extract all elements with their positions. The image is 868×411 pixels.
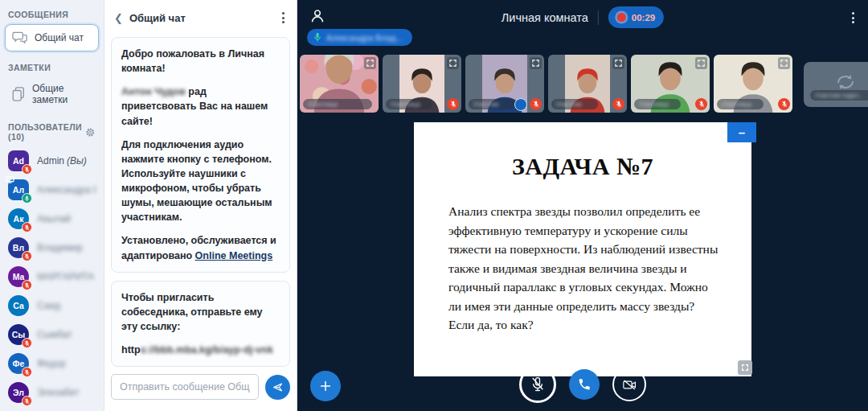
participant-name-pill: Участник xyxy=(469,99,515,109)
call-controls xyxy=(297,366,868,403)
mute-microphone-button[interactable] xyxy=(519,366,556,403)
user-list-item[interactable]: Ad Admin(Вы) xyxy=(0,146,104,175)
expand-tile-icon[interactable] xyxy=(530,57,542,69)
mic-live-icon xyxy=(313,32,321,43)
mic-muted-icon xyxy=(530,376,546,393)
video-tile[interactable]: Участница xyxy=(383,55,461,113)
user-list-item[interactable]: Эл Элизабет xyxy=(0,378,104,407)
sidebar-item-shared-notes[interactable]: Общие заметки xyxy=(5,77,99,111)
user-name: Admin(Вы) xyxy=(37,155,87,166)
video-tile[interactable]: Участник подкл... xyxy=(804,62,868,107)
expand-tile-icon[interactable] xyxy=(778,57,790,69)
stage-options-kebab-icon[interactable] xyxy=(850,10,857,26)
user-list-item[interactable]: Ак Акылай xyxy=(0,204,104,233)
recording-dot-icon xyxy=(617,13,626,22)
greeter-name-blurred: Антон Чудов xyxy=(121,86,186,97)
users-section-header: ПОЛЬЗОВАТЕЛИ (10) xyxy=(0,119,104,146)
messages-section-header: СООБЩЕНИЯ xyxy=(0,6,104,24)
active-speaker-pill[interactable]: Александра Влад... xyxy=(307,29,412,46)
invite-link-blurred: s://bbb.mba.kg/b/ayp-dj-vnk xyxy=(141,344,273,356)
user-list: Ad Admin(Вы) Ал xyxy=(0,146,104,411)
meeting-header: Личная комната 00:29 xyxy=(502,6,664,28)
messages-header-label: СООБЩЕНИЯ xyxy=(8,10,68,19)
slide-body-text: Анализ спектра звезды позволил определит… xyxy=(448,202,721,335)
user-list-item[interactable]: Ал Александра Влад... xyxy=(0,175,104,204)
invite-text: Чтобы пригласить собеседника, отправьте … xyxy=(121,290,280,334)
video-tile[interactable]: Участник xyxy=(465,55,544,113)
slide-title: ЗАДАЧА №7 xyxy=(414,153,751,180)
muted-mic-badge xyxy=(447,98,459,110)
muted-mic-badge xyxy=(612,98,624,110)
mic-status-badge xyxy=(22,222,32,232)
user-list-item[interactable]: Са Саид xyxy=(0,291,104,320)
avatar: Ал xyxy=(8,179,29,200)
video-tile[interactable]: Участница xyxy=(714,55,792,113)
participant-name-pill: Участница xyxy=(303,99,372,109)
video-stage: Александра Влад... Личная комната 00:29 xyxy=(297,0,868,411)
chevron-left-icon[interactable]: ❮ xyxy=(114,12,123,24)
user-list-item[interactable]: Сы Сымбат xyxy=(0,320,104,349)
powered-line: Установлено, обслуживается и адаптирован… xyxy=(121,233,280,262)
video-tile[interactable]: Участник xyxy=(548,55,627,113)
invite-link-line: https://bbb.mba.kg/b/ayp-dj-vnk xyxy=(121,343,280,357)
chat-options-kebab-icon[interactable] xyxy=(280,10,287,26)
video-tiles-row: Участница xyxy=(300,55,868,114)
user-name: МАРГАРИТА xyxy=(37,271,94,282)
user-list-item[interactable]: Фе Федор xyxy=(0,349,104,378)
avatar: Вл xyxy=(8,237,29,258)
meeting-title: Личная комната xyxy=(502,11,588,24)
avatar: Са xyxy=(8,295,29,316)
expand-tile-icon[interactable] xyxy=(447,57,459,69)
user-name: Сымбат xyxy=(37,329,72,340)
participants-person-icon[interactable] xyxy=(309,7,326,25)
notes-header-label: ЗАМЕТКИ xyxy=(8,63,51,72)
avatar: Ad xyxy=(8,150,29,171)
user-list-item[interactable]: Вл Владимир xyxy=(0,233,104,262)
user-name: Александра Влад... xyxy=(37,184,96,195)
avatar-initials: Ad xyxy=(13,156,24,166)
mic-status-badge xyxy=(22,396,32,406)
avatar-initials: Вл xyxy=(13,243,24,253)
mic-status-badge xyxy=(22,193,32,203)
avatar-initials: Фе xyxy=(13,359,25,368)
user-name: Саид xyxy=(37,300,60,311)
mic-status-badge xyxy=(22,338,32,348)
expand-tile-icon[interactable] xyxy=(612,57,624,69)
expand-tile-icon[interactable] xyxy=(695,57,707,69)
chat-bubbles-icon xyxy=(12,31,28,45)
club-logo-badge xyxy=(514,98,527,111)
phone-icon xyxy=(577,377,592,392)
avatar-initials: Эл xyxy=(13,388,24,397)
muted-mic-badge xyxy=(695,98,707,110)
mic-status-badge xyxy=(22,280,32,290)
paper-plane-icon xyxy=(272,381,284,393)
mic-status-badge xyxy=(22,251,32,261)
user-name: Владимир xyxy=(37,242,83,253)
app-window: СООБЩЕНИЯ Общий чат ЗАМЕТКИ Общие заметк… xyxy=(0,0,868,411)
audio-help-line: Для подключения аудио нажмите кнопку с т… xyxy=(121,138,280,225)
video-tile[interactable]: Участница xyxy=(300,55,379,113)
send-message-button[interactable] xyxy=(265,375,290,400)
user-list-item[interactable]: Ма МАРГАРИТА xyxy=(0,262,104,291)
chat-message-input[interactable] xyxy=(111,374,259,400)
user-name: Федор xyxy=(37,358,66,369)
phone-audio-button[interactable] xyxy=(569,369,600,400)
minimize-presentation-button[interactable]: – xyxy=(727,122,756,142)
mic-status-badge xyxy=(22,367,32,377)
invite-message-card: Чтобы пригласить собеседника, отправьте … xyxy=(111,281,290,368)
sidebar-item-public-chat[interactable]: Общий чат xyxy=(5,24,99,51)
avatar-initials: Са xyxy=(13,301,24,310)
camera-off-button[interactable] xyxy=(612,368,646,401)
recording-time: 00:29 xyxy=(632,13,655,23)
user-list-item[interactable]: Эш Эшназарова Адеми xyxy=(0,407,104,411)
manage-users-gear-icon[interactable] xyxy=(85,126,96,138)
recording-indicator[interactable]: 00:29 xyxy=(608,6,664,28)
users-header-label: ПОЛЬЗОВАТЕЛИ (10) xyxy=(8,122,85,142)
chat-panel: ❮ Общий чат Добро пожаловать в Личная ко… xyxy=(104,0,297,411)
user-name: Элизабет xyxy=(37,387,80,398)
chat-input-row xyxy=(111,374,290,400)
video-tile[interactable]: Участница xyxy=(631,55,710,113)
online-meetings-link[interactable]: Online Meetings xyxy=(195,250,273,261)
expand-tile-icon[interactable] xyxy=(364,57,376,69)
chat-header: ❮ Общий чат xyxy=(104,0,297,32)
